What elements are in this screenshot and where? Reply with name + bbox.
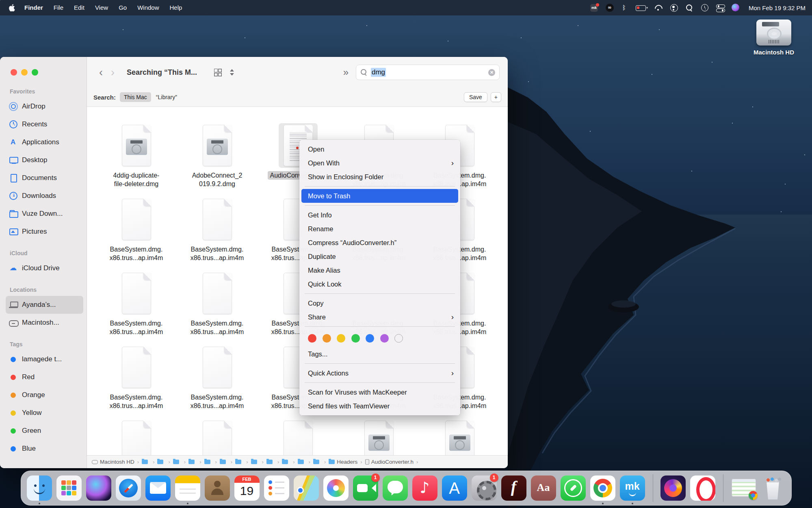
sidebar-item-pictures[interactable]: Pictures [6, 223, 83, 241]
dock-item-system-preferences[interactable]: 1 [472, 475, 497, 501]
sidebar-tag-yellow[interactable]: Yellow [6, 404, 83, 422]
menubar-item-edit[interactable]: Edit [69, 0, 90, 15]
search-input[interactable]: dmg ✕ [356, 65, 500, 80]
menu-item-share[interactable]: Share [299, 310, 460, 324]
dock-item-notes[interactable] [175, 475, 200, 501]
menu-item-duplicate[interactable]: Duplicate [299, 250, 460, 263]
save-search-button[interactable]: Save [464, 92, 487, 102]
menu-separator[interactable] [305, 293, 455, 294]
path-item[interactable]: AudioConverter.h [365, 459, 421, 465]
dock-separator[interactable] [650, 475, 656, 501]
close-button[interactable] [11, 69, 17, 76]
creative-cloud-icon[interactable] [605, 3, 615, 13]
sidebar-tag-red[interactable]: Red [6, 368, 83, 386]
dock-item-trash[interactable] [760, 475, 786, 501]
menubar-item-finder[interactable]: Finder [19, 0, 48, 15]
file-item[interactable]: BaseSystem.dmg. x86.trus...ap.im4m [97, 271, 175, 345]
path-item[interactable] [251, 459, 266, 465]
path-item[interactable]: Headers [329, 459, 365, 465]
dock-item-mail[interactable] [145, 475, 171, 501]
sidebar-item-recents[interactable]: Recents [6, 115, 83, 133]
apple-logo-icon[interactable] [9, 4, 15, 11]
path-item[interactable] [298, 459, 313, 465]
dock-item-contacts[interactable] [205, 475, 230, 501]
dock-item-siri[interactable] [86, 475, 111, 501]
dock-item-facetime[interactable]: 1 [353, 475, 378, 501]
forward-button[interactable]: › [107, 66, 119, 79]
menu-item-tags[interactable]: Tags... [299, 347, 460, 361]
dock-item-firefox[interactable] [660, 475, 686, 501]
path-item[interactable] [204, 459, 220, 465]
dock-item-app-store[interactable] [442, 475, 467, 501]
file-item[interactable]: 4ddig-duplicate- file-deleter.dmg [97, 123, 175, 197]
sidebar-item-documents[interactable]: Documents [6, 169, 83, 187]
menu-separator[interactable] [305, 382, 455, 383]
path-item[interactable] [157, 459, 173, 465]
path-item[interactable] [220, 459, 235, 465]
bluetooth-icon[interactable] [620, 3, 630, 13]
path-item[interactable]: Macintosh HD [92, 459, 142, 465]
tag-purple-icon[interactable] [380, 334, 389, 343]
menu-bar-clock[interactable]: Mon Feb 19 9:32 PM [749, 4, 806, 11]
dock-separator[interactable] [720, 475, 726, 501]
menu-tags-row[interactable] [299, 329, 460, 347]
menu-item-quick-look[interactable]: Quick Look [299, 277, 460, 291]
file-item[interactable]: BaseSystem.dmg. x86.trus...ap.im4m [97, 197, 175, 271]
siri-icon[interactable] [731, 3, 741, 13]
sidebar-section-favorites[interactable]: Favorites [6, 85, 83, 98]
dock-item-flash-player[interactable] [501, 475, 526, 501]
sidebar-item-desktop[interactable]: Desktop [6, 151, 83, 169]
menu-item-quick-actions[interactable]: Quick Actions [299, 366, 460, 380]
dock-item-calendar[interactable]: FEB 19 [234, 475, 260, 501]
file-item[interactable] [259, 419, 337, 455]
menu-item-show-in-enclosing-folder[interactable]: Show in Enclosing Folder [299, 170, 460, 184]
file-item[interactable]: BaseSystem.dmg. x86.trus...ap.im4m [178, 345, 256, 419]
sidebar-item-vuze-downloads[interactable]: Vuze Down... [6, 205, 83, 223]
sidebar-item-macintosh-hd[interactable]: Macintosh... [6, 314, 83, 332]
battery-icon[interactable] [636, 3, 648, 13]
dock-item-messages[interactable] [383, 475, 408, 501]
zoom-button[interactable] [32, 69, 38, 76]
sidebar-tag-blue[interactable]: Blue [6, 440, 83, 458]
menu-item-compress[interactable]: Compress “AudioConverter.h” [299, 236, 460, 250]
file-item[interactable]: BaseSystem.dmg. x86.trus...ap.im4m [178, 197, 256, 271]
dock-item-opera[interactable] [690, 475, 715, 501]
sidebar-tag-lamagede[interactable]: lamagede t... [6, 350, 83, 368]
file-item[interactable] [178, 419, 256, 455]
tag-blue-icon[interactable] [366, 334, 374, 343]
menu-item-make-alias[interactable]: Make Alias [299, 263, 460, 277]
path-item[interactable] [188, 459, 204, 465]
sidebar-item-ayandas-mac[interactable]: Ayanda’s... [6, 296, 83, 314]
dock-item-music[interactable] [412, 475, 437, 501]
menu-item-get-info[interactable]: Get Info [299, 208, 460, 222]
back-button[interactable]: ‹ [95, 66, 107, 79]
file-item[interactable] [421, 419, 499, 455]
tag-red-icon[interactable] [308, 334, 316, 343]
more-toolbar-items-button[interactable]: » [343, 67, 349, 78]
wifi-icon[interactable] [654, 3, 663, 13]
minimize-button[interactable] [21, 69, 28, 76]
file-item[interactable]: BaseSystem.dmg. x86.trus...ap.im4m [97, 345, 175, 419]
sidebar-item-downloads[interactable]: Downloads [6, 187, 83, 205]
menu-item-rename[interactable]: Rename [299, 222, 460, 236]
menu-separator[interactable] [305, 363, 455, 364]
path-item[interactable] [235, 459, 251, 465]
account-icon[interactable] [669, 3, 679, 13]
scope-this-mac-button[interactable]: This Mac [120, 92, 151, 102]
dock-item-minimized-window[interactable] [731, 475, 756, 501]
mackeeper-menu-icon[interactable] [589, 3, 599, 13]
menu-item-move-to-trash[interactable]: Move to Trash [301, 189, 458, 203]
scope-library-button[interactable]: “Library” [156, 94, 177, 100]
file-item[interactable] [97, 419, 175, 455]
file-item[interactable] [340, 419, 418, 455]
control-center-icon[interactable] [715, 3, 725, 13]
menu-item-open[interactable]: Open [299, 142, 460, 156]
grid-view-icon[interactable] [213, 67, 223, 77]
path-item[interactable] [282, 459, 297, 465]
desktop-macintosh-hd-icon[interactable]: Macintosh HD [747, 20, 801, 56]
path-item[interactable] [313, 459, 329, 465]
clear-search-icon[interactable]: ✕ [488, 69, 495, 76]
path-item[interactable] [142, 459, 157, 465]
file-item[interactable]: AdobeConnect_2 019.9.2.dmg [178, 123, 256, 197]
sidebar-item-airdrop[interactable]: AirDrop [6, 98, 83, 115]
